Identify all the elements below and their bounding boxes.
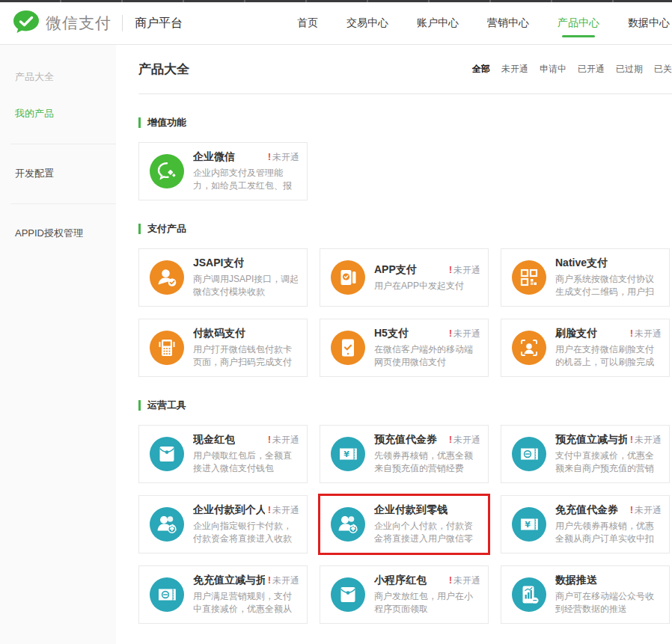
sidebar-divider (10, 144, 116, 144)
product-title: JSAPI支付 (193, 257, 244, 270)
status-filters: 全部未开通申请中已开通已过期已关闭 (461, 63, 672, 76)
section-accent-bar (138, 224, 141, 234)
product-title: 企业付款到零钱 (374, 503, 448, 517)
wechat-pay-logo[interactable]: 微信支付 (13, 10, 112, 36)
filter-tab[interactable]: 已关闭 (654, 63, 672, 76)
portal-label: 商户平台 (135, 16, 183, 31)
product-title: 免充值立减与折扣 (193, 574, 265, 587)
wechat-logo-icon (13, 10, 39, 36)
nav-item-data-center[interactable]: 数据中心 (614, 2, 672, 44)
nav-item-trade-center[interactable]: 交易中心 (332, 2, 403, 44)
app-header: 微信支付 商户平台 首页交易中心账户中心营销中心产品中心数据中心 (0, 2, 672, 45)
red-envelope-icon (331, 577, 365, 612)
product-description: 用户领取红包后，全额直接进入微信支付钱包 (193, 450, 299, 475)
transfer-person-icon: ¥ (150, 507, 184, 542)
h5-phone-icon (331, 331, 365, 365)
product-card-prepaid-discount[interactable]: 预充值立减与折扣!未开通支付中直接减价，优惠全额来自商户预充值的营销经费 (501, 425, 670, 483)
status-badge: !未开通 (265, 504, 299, 517)
status-label: 未开通 (272, 435, 299, 445)
filter-tab[interactable]: 申请中 (540, 63, 566, 76)
status-badge: !未开通 (265, 574, 299, 587)
section-value-added: 增值功能企业微信!未开通企业内部支付及管理能力，如给员工发红包、报销付款等 (138, 116, 672, 200)
exclamation-icon: ! (268, 435, 271, 445)
product-card-data-push[interactable]: 数据推送商户可在移动端公众号收到经营数据的推送 (501, 565, 670, 624)
sidebar-divider (10, 203, 116, 204)
status-label: 未开通 (272, 152, 299, 162)
product-card-face-pay[interactable]: 刷脸支付!未开通用户在支持微信刷脸支付的机器上，可以刷脸完成支付 (501, 319, 670, 377)
product-description: 企业向指定银行卡付款，付款资金将直接进入收款银行账户 (193, 520, 299, 545)
product-sections: 增值功能企业微信!未开通企业内部支付及管理能力，如给员工发红包、报销付款等支付产… (138, 116, 672, 644)
product-card-h5-pay[interactable]: H5支付!未开通在微信客户端外的移动端网页使用微信支付 (320, 319, 489, 377)
card-grid: JSAPI支付商户调用JSAPI接口，调起微信支付模块收款APP支付!未开通用户… (138, 248, 670, 377)
filter-tab[interactable]: 全部 (472, 63, 490, 76)
section-title-label: 支付产品 (147, 222, 186, 236)
product-title: H5支付 (374, 327, 409, 340)
product-card-cash-redpacket[interactable]: 现金红包!未开通用户领取红包后，全额直接进入微信支付钱包 (138, 425, 308, 483)
status-badge: !未开通 (265, 151, 299, 164)
product-card-free-voucher[interactable]: ¥免充值代金券!未开通用户先领券再核销，优惠全额从商户订单实收中扣减 (501, 495, 670, 553)
product-card-free-discount[interactable]: 免充值立减与折扣!未开通用户满足营销规则，支付中直接减价，优惠全额从商户订单实收… (138, 565, 308, 624)
product-card-app-pay[interactable]: APP支付!未开通用户在APP中发起支付 (320, 248, 489, 307)
product-card-miniprogram-redpacket[interactable]: 小程序红包!未开通商户发放红包，用户在小程序页面领取 (320, 565, 489, 624)
section-payment-products: 支付产品JSAPI支付商户调用JSAPI接口，调起微信支付模块收款APP支付!未… (138, 222, 672, 377)
product-title: 刷脸支付 (555, 327, 597, 340)
exclamation-icon: ! (630, 435, 633, 445)
status-label: 未开通 (272, 505, 299, 515)
sidebar-item-dev-config[interactable]: 开发配置 (0, 167, 116, 180)
top-nav: 首页交易中心账户中心营销中心产品中心数据中心 (283, 2, 672, 44)
exclamation-icon: ! (268, 575, 271, 586)
product-description: 用户打开微信钱包付款卡页面，商户扫码完成支付 (193, 343, 299, 369)
voucher-yen-icon: ¥ (512, 507, 546, 542)
product-title: 预充值立减与折扣 (555, 433, 627, 447)
status-badge: !未开通 (446, 328, 480, 340)
section-accent-bar (138, 400, 141, 411)
nav-item-account-center[interactable]: 账户中心 (403, 2, 473, 44)
product-card-enterprise-wechat[interactable]: 企业微信!未开通企业内部支付及管理能力，如给员工发红包、报销付款等 (138, 142, 308, 200)
status-badge: !未开通 (446, 434, 480, 447)
product-description: 用户在支持微信刷脸支付的机器上，可以刷脸完成支付 (555, 343, 662, 369)
exclamation-icon: ! (449, 575, 452, 586)
exclamation-icon: ! (630, 505, 633, 515)
status-badge: !未开通 (446, 264, 480, 277)
product-card-transfer-to-bank[interactable]: ¥企业付款到个人银...!未开通企业向指定银行卡付款，付款资金将直接进入收款银行… (138, 495, 308, 553)
product-description: 企业向个人付款，付款资金将直接进入用户微信零钱 (374, 520, 480, 545)
section-header: 支付产品 (138, 222, 672, 236)
product-description: 用户先领券再核销，优惠全额从商户订单实收中扣减 (555, 520, 662, 545)
nav-item-marketing-center[interactable]: 营销中心 (473, 2, 543, 44)
product-title: 小程序红包 (374, 574, 427, 587)
nav-item-product-center[interactable]: 产品中心 (543, 2, 614, 44)
sidebar: 产品大全我的产品开发配置APPID授权管理 (0, 45, 116, 644)
product-card-transfer-to-balance[interactable]: ¥企业付款到零钱企业向个人付款，付款资金将直接进入用户微信零钱 (320, 495, 489, 553)
transfer-person-icon: ¥ (331, 507, 365, 542)
status-badge: !未开通 (627, 434, 662, 447)
pos-terminal-icon (150, 331, 184, 365)
exclamation-icon: ! (449, 435, 452, 445)
svg-text:¥: ¥ (170, 525, 174, 533)
page-header: 产品大全 全部未开通申请中已开通已过期已关闭 (138, 45, 672, 94)
product-description: 商户系统按微信支付协议生成支付二维码，用户扫码支付 (555, 273, 662, 298)
svg-text:¥: ¥ (343, 450, 349, 459)
product-title: 现金红包 (193, 433, 235, 447)
product-description: 企业内部支付及管理能力，如给员工发红包、报销付款等 (193, 167, 299, 192)
exclamation-icon: ! (268, 505, 271, 515)
product-title: 企业付款到个人银... (193, 503, 265, 517)
product-card-native-pay[interactable]: Native支付商户系统按微信支付协议生成支付二维码，用户扫码支付 (501, 248, 670, 307)
nav-item-home[interactable]: 首页 (283, 2, 332, 44)
product-card-jsapi-pay[interactable]: JSAPI支付商户调用JSAPI接口，调起微信支付模块收款 (138, 248, 308, 307)
status-badge: !未开通 (627, 504, 662, 517)
section-title-label: 增值功能 (147, 116, 186, 129)
product-card-prepaid-voucher[interactable]: ¥预充值代金券!未开通先领券再核销，优惠全额来自预充值的营销经费 (320, 425, 489, 483)
sidebar-item-my-products[interactable]: 我的产品 (0, 107, 116, 120)
product-title: 企业微信 (193, 150, 235, 164)
logo-text: 微信支付 (46, 13, 112, 34)
product-title: 付款码支付 (193, 327, 245, 340)
product-card-micropay[interactable]: 付款码支付用户打开微信钱包付款卡页面，商户扫码完成支付 (138, 319, 308, 377)
face-scan-icon (512, 331, 546, 365)
app-pay-icon (331, 260, 365, 295)
sidebar-item-appid-auth[interactable]: APPID授权管理 (0, 227, 116, 240)
person-check-icon (150, 260, 184, 295)
filter-tab[interactable]: 已开通 (578, 63, 605, 76)
filter-tab[interactable]: 未开通 (501, 63, 528, 76)
header-divider (122, 15, 123, 31)
filter-tab[interactable]: 已过期 (616, 63, 643, 76)
